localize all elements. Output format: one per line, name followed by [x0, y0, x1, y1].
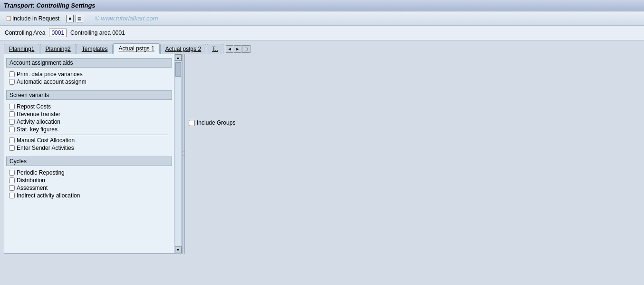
tab-scroll-right-button[interactable]: ► — [234, 45, 241, 53]
scroll-track[interactable] — [175, 61, 181, 246]
include-groups-row: Include Groups — [189, 119, 235, 126]
tab-nav-buttons: ◄ ► □ — [226, 45, 250, 54]
checkbox-manual-cost: Manual Cost Allocation — [8, 137, 170, 144]
assessment-checkbox[interactable] — [9, 185, 15, 191]
enter-sender-checkbox[interactable] — [9, 145, 15, 151]
checkbox-indirect-activity: Indirect activity allocation — [8, 192, 170, 199]
include-in-request-button[interactable]: 📋 Include in Request — [4, 14, 61, 23]
scroll-up-button[interactable]: ▲ — [175, 54, 182, 61]
tab-expand-button[interactable]: □ — [242, 45, 250, 53]
repost-costs-label: Repost Costs — [17, 103, 51, 110]
scroll-thumb[interactable] — [175, 62, 181, 77]
indirect-activity-checkbox[interactable] — [9, 193, 15, 198]
right-area: Include Groups — [185, 54, 239, 254]
cycles-header: Cycles — [6, 157, 172, 166]
auto-account-checkbox[interactable] — [9, 79, 15, 85]
auto-account-label: Automatic account assignm — [17, 79, 87, 85]
content-wrapper: Account assignment aids Prim. data price… — [0, 54, 644, 257]
tab-actual-pstgs-1[interactable]: Actual pstgs 1 — [113, 43, 159, 54]
tab-templates[interactable]: Templates — [77, 44, 113, 54]
screen-variants-divider — [10, 135, 168, 135]
tab-actual-pstgs-2[interactable]: Actual pstgs 2 — [160, 44, 206, 54]
include-groups-checkbox[interactable] — [189, 120, 195, 126]
include-in-request-label: Include in Request — [12, 15, 59, 22]
enter-sender-label: Enter Sender Activities — [17, 145, 74, 151]
distribution-label: Distribution — [17, 177, 45, 184]
screen-variants-section: Screen variants Repost Costs Revenue tra… — [6, 90, 172, 153]
include-icon: 📋 — [6, 16, 11, 21]
controlling-area-description: Controlling area 0001 — [70, 29, 125, 36]
periodic-reposting-checkbox[interactable] — [9, 170, 15, 176]
controlling-area-label: Controlling Area — [5, 29, 45, 36]
save-icon-1[interactable]: ■ — [66, 15, 74, 22]
checkbox-activity-allocation: Activity allocation — [8, 118, 170, 126]
indirect-activity-label: Indirect activity allocation — [17, 192, 80, 199]
revenue-transfer-label: Revenue transfer — [17, 111, 60, 118]
screen-variants-body: Repost Costs Revenue transfer Activity a… — [6, 102, 172, 153]
tab-planning1[interactable]: Planning1 — [4, 44, 39, 54]
account-assignment-section: Account assignment aids Prim. data price… — [6, 58, 172, 87]
save-icon-2[interactable]: ▤ — [76, 15, 83, 22]
checkbox-stat-key-figures: Stat. key figures — [8, 126, 170, 133]
manual-cost-label: Manual Cost Allocation — [17, 137, 75, 144]
revenue-transfer-checkbox[interactable] — [9, 111, 15, 117]
vertical-scrollbar[interactable]: ▲ ▼ — [174, 54, 182, 253]
scroll-down-button[interactable]: ▼ — [175, 246, 182, 253]
controlling-area-row: Controlling Area 0001 Controlling area 0… — [0, 26, 644, 40]
cycles-section: Cycles Periodic Reposting Distribution A… — [6, 157, 172, 200]
toolbar: 📋 Include in Request ■ ▤ © www.tutorialk… — [0, 11, 644, 26]
checkbox-repost-costs: Repost Costs — [8, 103, 170, 110]
screen-variants-header: Screen variants — [6, 90, 172, 100]
tab-t[interactable]: T.. — [207, 44, 223, 54]
title-bar: Transport: Controlling Settings — [0, 0, 644, 11]
checkbox-prim-data-price: Prim. data price variances — [8, 70, 170, 78]
tab-planning2[interactable]: Planning2 — [40, 44, 76, 54]
periodic-reposting-label: Periodic Reposting — [17, 169, 65, 176]
activity-allocation-label: Activity allocation — [17, 118, 60, 125]
cycles-body: Periodic Reposting Distribution Assessme… — [6, 168, 172, 200]
tabs-container: Planning1 Planning2 Templates Actual pst… — [0, 40, 644, 54]
watermark: © www.tutorialkart.com — [95, 15, 158, 22]
stat-key-figures-label: Stat. key figures — [17, 126, 58, 133]
distribution-checkbox[interactable] — [9, 177, 15, 183]
content-panel: Account assignment aids Prim. data price… — [4, 54, 182, 254]
title-text: Transport: Controlling Settings — [4, 2, 96, 9]
account-assignment-body: Prim. data price variances Automatic acc… — [6, 69, 172, 87]
activity-allocation-checkbox[interactable] — [9, 119, 15, 125]
prim-data-price-checkbox[interactable] — [9, 71, 15, 77]
checkbox-revenue-transfer: Revenue transfer — [8, 110, 170, 118]
assessment-label: Assessment — [17, 185, 48, 191]
account-assignment-header: Account assignment aids — [6, 58, 172, 68]
checkbox-auto-account: Automatic account assignm — [8, 78, 170, 86]
stat-key-figures-checkbox[interactable] — [9, 127, 15, 132]
manual-cost-checkbox[interactable] — [9, 138, 15, 143]
checkbox-enter-sender: Enter Sender Activities — [8, 144, 170, 152]
tab-scroll-left-button[interactable]: ◄ — [226, 45, 233, 53]
repost-costs-checkbox[interactable] — [9, 104, 15, 109]
checkbox-assessment: Assessment — [8, 184, 170, 192]
controlling-area-value[interactable]: 0001 — [49, 29, 67, 37]
include-groups-label: Include Groups — [197, 119, 235, 126]
checkbox-periodic-reposting: Periodic Reposting — [8, 169, 170, 177]
prim-data-price-label: Prim. data price variances — [17, 71, 83, 78]
checkbox-distribution: Distribution — [8, 177, 170, 184]
